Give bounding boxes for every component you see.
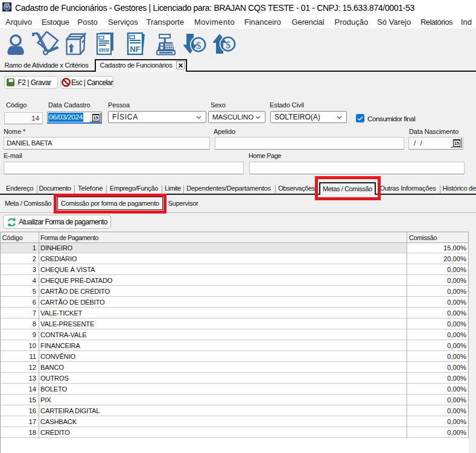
- svg-text:$: $: [226, 39, 231, 51]
- svg-text:$: $: [196, 40, 202, 51]
- svg-text:NF: NF: [130, 45, 140, 54]
